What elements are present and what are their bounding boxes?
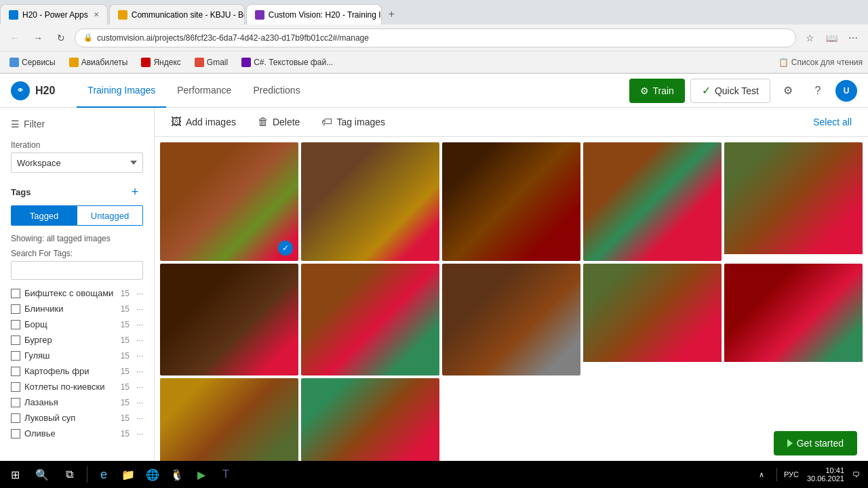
image-card-6[interactable]	[301, 264, 439, 375]
tag-checkbox[interactable]	[11, 367, 20, 376]
search-button[interactable]: 🔍	[30, 462, 54, 487]
tab-3[interactable]: Custom Vision: H20 - Training Im... ✕	[246, 4, 382, 24]
delete-button[interactable]: 🗑 Delete	[252, 113, 305, 131]
tag-more-icon[interactable]: ···	[136, 382, 143, 392]
tag-checkbox[interactable]	[11, 336, 20, 345]
task-view-button[interactable]: ⧉	[57, 462, 81, 487]
iteration-select[interactable]: Workspace Iteration 1 Iteration 2	[11, 152, 143, 173]
tag-checkbox[interactable]	[11, 398, 20, 407]
tag-checkbox[interactable]	[11, 289, 20, 298]
bookmark-services[interactable]: Сервисы	[5, 56, 60, 68]
tab-1[interactable]: H20 - Power Apps ✕	[0, 4, 108, 24]
forward-button[interactable]: →	[28, 28, 47, 47]
tag-more-icon[interactable]: ···	[136, 367, 143, 376]
bookmark-gmail[interactable]: Gmail	[191, 56, 232, 68]
settings-icon-button[interactable]: ⚙	[776, 79, 800, 103]
tag-checkbox[interactable]	[11, 429, 20, 439]
taskbar-edge[interactable]: e	[93, 464, 115, 485]
more-icon[interactable]: ⋯	[844, 28, 863, 47]
image-thumbnail	[160, 142, 298, 261]
tag-item-2[interactable]: Борщ 15 ···	[0, 317, 154, 332]
tag-filter-buttons: Tagged Untagged	[11, 205, 143, 226]
image-card-5[interactable]	[160, 264, 298, 375]
reading-list-icon: 📋	[778, 58, 789, 67]
tag-checkbox[interactable]	[11, 304, 20, 314]
iteration-label: Iteration	[11, 140, 143, 150]
bookmark-yandex[interactable]: Яндекс	[137, 56, 184, 68]
tag-more-icon[interactable]: ···	[136, 304, 143, 314]
star-icon[interactable]: ☆	[800, 28, 819, 47]
refresh-button[interactable]: ↻	[52, 28, 71, 47]
image-card-8[interactable]	[583, 264, 722, 375]
tab-1-close[interactable]: ✕	[94, 11, 99, 18]
image-card-0[interactable]: ✓	[160, 142, 298, 261]
image-card-4[interactable]	[724, 142, 863, 261]
bookmark-icon	[69, 58, 79, 67]
taskbar-app2[interactable]: ▶	[191, 464, 212, 485]
back-button[interactable]: ←	[5, 28, 24, 47]
taskbar-teams[interactable]: T	[215, 464, 237, 485]
user-avatar[interactable]: U	[835, 80, 857, 102]
image-checkmark: ✓	[278, 241, 293, 256]
untagged-filter-button[interactable]: Untagged	[77, 205, 143, 226]
tag-item-5[interactable]: Картофель фри 15 ···	[0, 363, 154, 379]
tag-checkbox[interactable]	[11, 382, 20, 392]
tag-item-1[interactable]: Блинчики 15 ···	[0, 301, 154, 317]
notification-icon[interactable]: 🗨	[852, 470, 860, 479]
tag-item-8[interactable]: Луковый суп 15 ···	[0, 410, 154, 426]
image-card-9[interactable]	[724, 264, 863, 375]
tag-item-7[interactable]: Лазанья 15 ···	[0, 394, 154, 410]
add-images-button[interactable]: 🖼 Add images	[165, 113, 241, 131]
nav-tab-predictions[interactable]: Predictions	[242, 74, 311, 108]
image-card-3[interactable]	[583, 142, 722, 261]
tagged-filter-button[interactable]: Tagged	[11, 205, 77, 226]
bookmark-csharp[interactable]: C#. Текстовые фай...	[237, 56, 337, 68]
tag-more-icon[interactable]: ···	[136, 398, 143, 407]
tag-more-icon[interactable]: ···	[136, 429, 143, 439]
tag-name: Борщ	[24, 319, 117, 329]
image-grid: ✓	[155, 137, 868, 488]
check-icon: ✓	[702, 84, 711, 97]
start-button[interactable]: ⊞	[3, 462, 27, 487]
tag-more-icon[interactable]: ···	[136, 320, 143, 329]
url-bar[interactable]: 🔒 customvision.ai/projects/86fcf23c-6da7…	[75, 28, 796, 47]
app-title: H20	[35, 85, 55, 97]
add-tag-button[interactable]: +	[127, 184, 143, 200]
filter-header[interactable]: ☰ Filter	[0, 113, 154, 135]
reading-list-icon[interactable]: 📖	[822, 28, 841, 47]
get-started-button[interactable]: Get started	[774, 431, 857, 455]
train-button[interactable]: ⚙ Train	[629, 79, 685, 103]
reading-list-btn[interactable]: 📋 Список для чтения	[778, 58, 863, 67]
tag-checkbox[interactable]	[11, 320, 20, 329]
tag-item-6[interactable]: Котлеты по-киевски 15 ···	[0, 379, 154, 394]
image-card-7[interactable]	[442, 264, 580, 375]
tag-images-button[interactable]: 🏷 Tag images	[316, 113, 391, 131]
bookmark-avia[interactable]: Авиабилеты	[65, 56, 132, 68]
tag-item-0[interactable]: Бифштекс с овощами 15 ···	[0, 285, 154, 301]
taskbar-chrome[interactable]: 🌐	[142, 464, 163, 485]
quick-test-label: Quick Test	[715, 85, 759, 96]
quick-test-button[interactable]: ✓ Quick Test	[690, 79, 770, 103]
tab-2[interactable]: Communication site - KBJU - Bo... ✕	[109, 4, 245, 24]
tag-item-3[interactable]: Бургер 15 ···	[0, 332, 154, 348]
tag-checkbox[interactable]	[11, 413, 20, 423]
tag-count: 15	[121, 398, 130, 407]
new-tab-button[interactable]: +	[383, 4, 400, 24]
nav-tab-performance[interactable]: Performance	[166, 74, 242, 108]
taskbar-files[interactable]: 📁	[117, 464, 139, 485]
tag-checkbox[interactable]	[11, 351, 20, 361]
tag-more-icon[interactable]: ···	[136, 336, 143, 345]
search-tags-input[interactable]	[11, 261, 143, 280]
nav-tab-training[interactable]: Training Images	[77, 74, 166, 108]
tag-item-9[interactable]: Оливье 15 ···	[0, 426, 154, 441]
image-card-1[interactable]	[301, 142, 439, 261]
tag-more-icon[interactable]: ···	[136, 289, 143, 298]
image-card-2[interactable]	[442, 142, 580, 261]
help-icon-button[interactable]: ?	[806, 79, 830, 103]
tag-more-icon[interactable]: ···	[136, 351, 143, 361]
tag-more-icon[interactable]: ···	[136, 413, 143, 423]
tag-item-4[interactable]: Гуляш 15 ···	[0, 348, 154, 363]
tag-images-label: Tag images	[336, 117, 385, 127]
select-all-button[interactable]: Select all	[808, 114, 857, 130]
taskbar-app1[interactable]: 🐧	[166, 464, 188, 485]
